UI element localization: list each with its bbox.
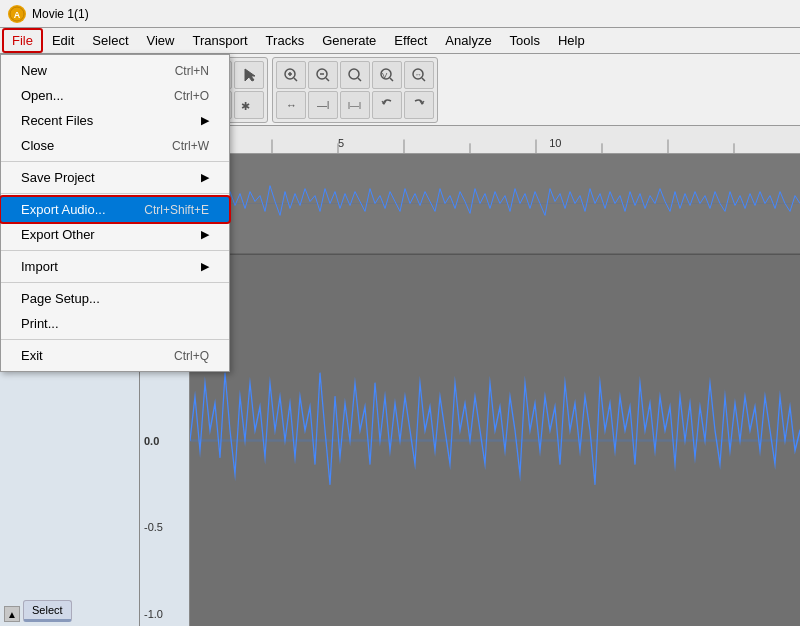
menu-tracks[interactable]: Tracks: [257, 29, 314, 52]
zoom-undo[interactable]: [372, 91, 402, 119]
title-bar: A Movie 1(1): [0, 0, 800, 28]
menu-analyze[interactable]: Analyze: [436, 29, 500, 52]
menu-bar: File Edit Select View Transport Tracks G…: [0, 28, 800, 54]
svg-point-15: [349, 69, 359, 79]
menu-new-label: New: [21, 63, 47, 78]
menu-export-audio[interactable]: Export Audio... Ctrl+Shift+E: [1, 197, 229, 222]
app-icon: A: [8, 5, 26, 23]
menu-exit-shortcut: Ctrl+Q: [174, 349, 209, 363]
menu-file[interactable]: File: [2, 28, 43, 53]
zoom-out[interactable]: [308, 61, 338, 89]
menu-export-audio-shortcut: Ctrl+Shift+E: [144, 203, 209, 217]
menu-open-shortcut: Ctrl+O: [174, 89, 209, 103]
svg-text:✱: ✱: [241, 100, 250, 112]
menu-print-label: Print...: [21, 316, 59, 331]
menu-print[interactable]: Print...: [1, 311, 229, 336]
app-window: A Movie 1(1) File Edit Select View Trans…: [0, 0, 800, 626]
svg-line-21: [422, 78, 425, 81]
zoom-extra[interactable]: ↔: [276, 91, 306, 119]
scale-neg-1-0: -1.0: [144, 608, 185, 620]
track-1-waveform: [140, 154, 800, 253]
menu-generate[interactable]: Generate: [313, 29, 385, 52]
menu-new[interactable]: New Ctrl+N: [1, 58, 229, 83]
menu-tools[interactable]: Tools: [501, 29, 549, 52]
svg-line-13: [326, 78, 329, 81]
menu-exit[interactable]: Exit Ctrl+Q: [1, 343, 229, 368]
scale-neg-0-5: -0.5: [144, 521, 185, 533]
menu-save-label: Save Project: [21, 170, 95, 185]
menu-export-audio-label: Export Audio...: [21, 202, 106, 217]
ruler-content: 5 10: [140, 126, 800, 154]
menu-export-other-arrow: ▶: [201, 228, 209, 241]
menu-open-label: Open...: [21, 88, 64, 103]
menu-import-arrow: ▶: [201, 260, 209, 273]
menu-save-arrow: ▶: [201, 171, 209, 184]
sep-4: [1, 282, 229, 283]
svg-text:↔: ↔: [415, 71, 422, 78]
zoom-toggle[interactable]: ↔: [404, 61, 434, 89]
zoom-panel: V ↔ ↔ —l l—l: [272, 57, 438, 123]
menu-close-label: Close: [21, 138, 54, 153]
menu-export-other[interactable]: Export Other ▶: [1, 222, 229, 247]
sep-1: [1, 161, 229, 162]
sep-3: [1, 250, 229, 251]
menu-recent-files[interactable]: Recent Files ▶: [1, 108, 229, 133]
svg-text:—l: —l: [317, 100, 329, 111]
zoom-track2[interactable]: l—l: [340, 91, 370, 119]
app-title: Movie 1(1): [32, 7, 89, 21]
menu-close[interactable]: Close Ctrl+W: [1, 133, 229, 158]
zoom-track1[interactable]: —l: [308, 91, 338, 119]
zoom-in[interactable]: [276, 61, 306, 89]
svg-text:V: V: [382, 71, 388, 80]
menu-view[interactable]: View: [138, 29, 184, 52]
menu-import[interactable]: Import ▶: [1, 254, 229, 279]
menu-edit[interactable]: Edit: [43, 29, 83, 52]
tool-time[interactable]: ✱: [234, 91, 264, 119]
menu-export-other-label: Export Other: [21, 227, 95, 242]
svg-text:↔: ↔: [286, 99, 297, 111]
svg-line-18: [390, 78, 393, 81]
svg-text:A: A: [14, 10, 21, 20]
menu-select[interactable]: Select: [83, 29, 137, 52]
zoom-fit-h[interactable]: [340, 61, 370, 89]
menu-effect[interactable]: Effect: [385, 29, 436, 52]
menu-save-project[interactable]: Save Project ▶: [1, 165, 229, 190]
scroll-up-btn[interactable]: ▲: [4, 606, 20, 622]
menu-close-shortcut: Ctrl+W: [172, 139, 209, 153]
select-button[interactable]: Select: [23, 600, 72, 622]
menu-import-label: Import: [21, 259, 58, 274]
svg-line-16: [358, 78, 361, 81]
menu-help[interactable]: Help: [549, 29, 594, 52]
file-menu: New Ctrl+N Open... Ctrl+O Recent Files ▶…: [0, 54, 230, 372]
menu-open[interactable]: Open... Ctrl+O: [1, 83, 229, 108]
sep-2: [1, 193, 229, 194]
menu-recent-arrow: ▶: [201, 114, 209, 127]
menu-exit-label: Exit: [21, 348, 43, 363]
menu-page-setup[interactable]: Page Setup...: [1, 286, 229, 311]
menu-new-shortcut: Ctrl+N: [175, 64, 209, 78]
scale-0-0: 0.0: [144, 435, 185, 447]
zoom-redo[interactable]: [404, 91, 434, 119]
file-dropdown: New Ctrl+N Open... Ctrl+O Recent Files ▶…: [0, 54, 230, 372]
menu-transport[interactable]: Transport: [183, 29, 256, 52]
bottom-waveform: [190, 255, 800, 626]
menu-page-setup-label: Page Setup...: [21, 291, 100, 306]
svg-line-9: [294, 78, 297, 81]
sep-5: [1, 339, 229, 340]
tool-select[interactable]: [234, 61, 264, 89]
menu-recent-label: Recent Files: [21, 113, 93, 128]
zoom-fit-v[interactable]: V: [372, 61, 402, 89]
svg-text:l—l: l—l: [348, 101, 361, 111]
